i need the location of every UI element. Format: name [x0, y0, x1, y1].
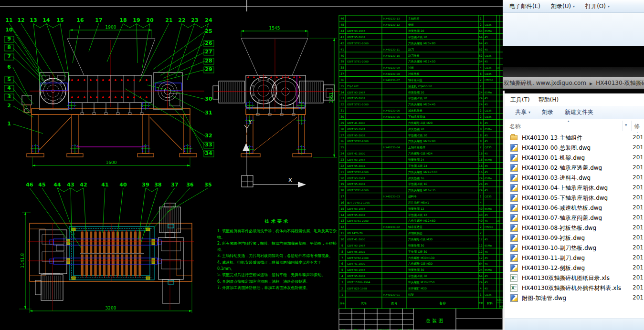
- file-row[interactable]: HX40130-04-上轴承座箱体.dwg201: [505, 183, 644, 193]
- dwg-file-icon: [510, 184, 518, 191]
- svg-text:21: 21: [165, 17, 172, 23]
- svg-text:36: 36: [340, 78, 344, 82]
- menu-item[interactable]: 刻录(U)▾: [551, 2, 575, 10]
- svg-text:Q235: Q235: [485, 72, 492, 75]
- svg-text:41: 41: [340, 48, 344, 51]
- svg-text:41: 41: [101, 182, 108, 188]
- menu-item[interactable]: 打开(O)▾: [585, 2, 610, 10]
- column-header-name[interactable]: 名称: [509, 123, 521, 131]
- file-name: HX40130双轴撕碎机图纸目录.xls: [522, 274, 610, 282]
- svg-text:16: 16: [479, 152, 483, 155]
- svg-text:ZQ-1982: ZQ-1982: [347, 85, 359, 88]
- file-row[interactable]: HX40130-11-副刀.dwg201: [505, 253, 644, 263]
- dwg-file-icon: [510, 164, 518, 171]
- svg-text:GB/T 5782-2000: GB/T 5782-2000: [347, 171, 369, 174]
- file-row[interactable]: HX40130-05-下轴承座箱体.dwg201: [505, 193, 644, 203]
- svg-text:HX40130-12: HX40130-12: [383, 23, 400, 26]
- svg-text:GB/T 93-1987: GB/T 93-1987: [347, 244, 365, 247]
- svg-text:45: 45: [485, 219, 488, 222]
- file-row[interactable]: HX40130-12-侧板.dwg201: [505, 263, 644, 273]
- svg-text:六角螺母-C级 M20: 六角螺母-C级 M20: [408, 121, 433, 125]
- svg-text:上轴承座箱体: 上轴承座箱体: [408, 145, 425, 149]
- file-row[interactable]: HX40130-08-衬板垫板.dwg201: [505, 223, 644, 233]
- svg-text:HX40130-06: HX40130-06: [383, 109, 400, 112]
- file-name: HX40130-06-减速机垫板.dwg: [522, 204, 602, 212]
- svg-text:64: 64: [479, 41, 483, 45]
- svg-text:24: 24: [479, 103, 483, 106]
- svg-text:8: 8: [480, 121, 482, 124]
- svg-text:4: 4: [480, 66, 482, 69]
- file-modified-date: 201: [633, 224, 644, 231]
- file-modified-date: 201: [633, 274, 644, 281]
- svg-text:34: 34: [340, 91, 344, 94]
- svg-text:45: 45: [485, 140, 488, 143]
- svg-text:10: 10: [5, 27, 13, 33]
- svg-text:GB/T 95-2002: GB/T 95-2002: [347, 134, 365, 137]
- file-modified-date: 201: [633, 174, 644, 181]
- svg-text:24: 24: [479, 96, 483, 100]
- svg-text:双头螺柱 M30×250: 双头螺柱 M30×250: [408, 280, 434, 284]
- svg-text:2: 2: [480, 78, 482, 82]
- svg-text:4.0: 4.0: [496, 220, 499, 222]
- svg-text:37: 37: [171, 182, 178, 188]
- breadcrumb-path[interactable]: 双轴撕碎机. www.jxdiguo.com: [504, 80, 586, 86]
- svg-text:65Mn: 65Mn: [485, 128, 492, 131]
- file-row[interactable]: HX40130-13-主轴组件201: [505, 133, 644, 143]
- file-name: HX40130双轴撕碎机外购件材料表.xls: [522, 284, 621, 292]
- svg-text:六角螺母-C级 M30: 六角螺母-C级 M30: [408, 237, 433, 241]
- svg-text:总 装 图: 总 装 图: [426, 318, 443, 323]
- file-row[interactable]: HX40130-01-机架.dwg201: [505, 153, 644, 163]
- svg-text:侧板: 侧板: [408, 23, 414, 27]
- menu-item-label: 刻录(U): [551, 2, 571, 10]
- file-modified-date: 201: [633, 184, 644, 191]
- file-modified-date: 201: [633, 164, 644, 171]
- svg-text:45: 45: [485, 257, 488, 259]
- file-row[interactable]: 附图-加油管.dwg201: [505, 293, 644, 303]
- svg-text:Q235: Q235: [485, 293, 492, 296]
- file-row[interactable]: HX40130-09-衬板.dwg201: [505, 233, 644, 243]
- svg-text:43: 43: [340, 35, 344, 39]
- toolbar-button[interactable]: 刻录: [542, 108, 553, 116]
- svg-text:HX40130-03: HX40130-03: [383, 195, 400, 198]
- svg-text:29: 29: [205, 66, 212, 72]
- svg-text:六角头螺栓 M20×90: 六角头螺栓 M20×90: [408, 139, 436, 143]
- toolbar-button[interactable]: 新建文件夹: [565, 108, 593, 116]
- svg-text:31: 31: [340, 109, 344, 112]
- menu-item-label: 电子邮件(E): [509, 2, 540, 10]
- svg-text:代号: 代号: [360, 301, 368, 305]
- file-name: HX40130-03-进料斗.dwg: [522, 174, 591, 182]
- file-row[interactable]: HX40130-06-减速机垫板.dwg201: [505, 203, 644, 213]
- svg-text:45: 45: [485, 122, 488, 124]
- svg-text:2: 2: [480, 231, 482, 235]
- file-row[interactable]: HX40130-07-轴承座闷盖.dwg201: [505, 213, 644, 223]
- svg-text:平垫圈-C级 30: 平垫圈-C级 30: [408, 274, 427, 278]
- svg-text:52: 52: [479, 54, 483, 57]
- file-row[interactable]: HX40130-00-总装图.dwg201: [505, 143, 644, 153]
- svg-text:16: 16: [479, 164, 483, 167]
- svg-text:45: 45: [485, 262, 488, 265]
- file-row[interactable]: HX40130双轴撕碎机图纸目录.xls201: [505, 273, 644, 283]
- column-filter-dropdown-icon[interactable]: ▾: [625, 123, 627, 127]
- plan-view: 1141.83200464544434241403938373635: [19, 182, 212, 313]
- toolbar-button[interactable]: 共享▾: [515, 108, 530, 116]
- file-row[interactable]: HX40130-02-轴承座透盖.dwg201: [505, 163, 644, 173]
- svg-text:3: 3: [7, 93, 11, 100]
- svg-text:45: 45: [485, 60, 488, 63]
- column-divider[interactable]: [631, 121, 632, 131]
- svg-text:40: 40: [479, 207, 483, 210]
- svg-text:32: 32: [205, 133, 212, 139]
- address-bar[interactable]: 双轴撕碎机. www.jxdiguo.com▶HX40130-双轴撕碎: [503, 77, 644, 89]
- menu-item[interactable]: 工具(T): [510, 96, 530, 104]
- breadcrumb-current[interactable]: HX40130-双轴撕碎: [596, 80, 644, 86]
- svg-text:45: 45: [485, 97, 488, 100]
- menu-item[interactable]: 帮助(H): [538, 96, 559, 104]
- svg-text:HX40130-02: HX40130-02: [383, 226, 400, 228]
- svg-text:24: 24: [340, 152, 344, 155]
- column-divider[interactable]: [622, 121, 623, 131]
- svg-text:GB/T 41-2000: GB/T 41-2000: [347, 262, 365, 265]
- file-row[interactable]: HX40130-10-副刀垫板.dwg201: [505, 243, 644, 253]
- menu-item-label: 帮助(H): [538, 96, 559, 104]
- menu-item[interactable]: 电子邮件(E): [509, 2, 540, 10]
- file-row[interactable]: HX40130-03-进料斗.dwg201: [505, 173, 644, 183]
- file-row[interactable]: HX40130双轴撕碎机外购件材料表.xls201: [505, 283, 644, 293]
